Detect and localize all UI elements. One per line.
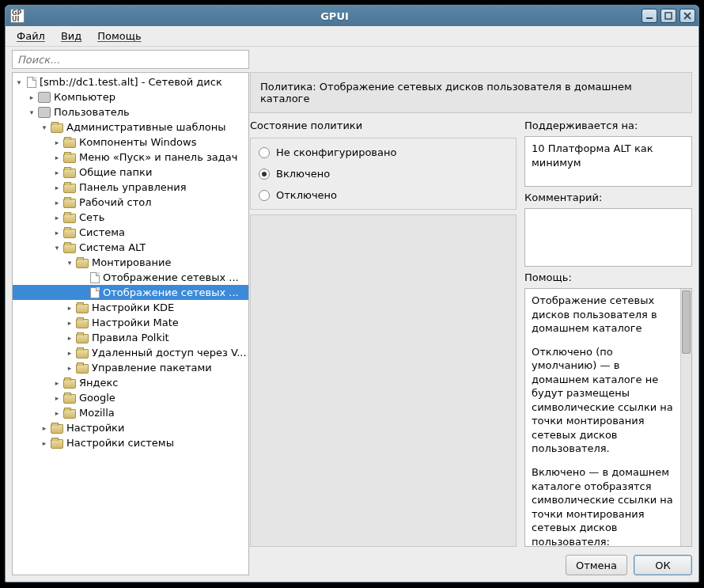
- tree-item[interactable]: ▸Яндекс: [13, 375, 248, 390]
- expand-toggle[interactable]: ▸: [52, 199, 62, 207]
- doc-icon: [90, 287, 100, 298]
- titlebar[interactable]: GP UI GPUI: [6, 6, 698, 26]
- window-title: GPUI: [28, 10, 642, 22]
- folder-icon: [76, 364, 89, 374]
- folder-icon: [51, 123, 63, 133]
- policy-tree[interactable]: ▾[smb://dc1.test.alt] - Сетевой диск ▸Ко…: [12, 72, 249, 575]
- help-label: Помощь:: [524, 270, 692, 285]
- tree-item[interactable]: ▸Удаленный доступ через V...: [13, 345, 248, 360]
- folder-icon: [63, 138, 76, 148]
- folder-icon: [51, 424, 63, 434]
- tree-item[interactable]: ▸Настройки Mate: [13, 315, 248, 330]
- folder-icon: [63, 229, 76, 238]
- tree-root[interactable]: ▾[smb://dc1.test.alt] - Сетевой диск: [13, 74, 248, 89]
- radio-disabled[interactable]: Отключено: [259, 189, 508, 201]
- expand-toggle[interactable]: ▾: [40, 123, 49, 131]
- tree-item[interactable]: ▸Правила Polkit: [13, 330, 248, 345]
- help-text: Отключено (по умолчанию) — в домашнем ка…: [532, 345, 674, 456]
- menu-help[interactable]: Помощь: [91, 28, 147, 44]
- supported-box: 10 Платформа ALT как минимум: [524, 136, 692, 187]
- menubar: Файл Вид Помощь: [6, 26, 698, 47]
- expand-toggle[interactable]: ▸: [65, 334, 74, 342]
- tree-admin-templates[interactable]: ▾Административные шаблоны: [13, 119, 248, 135]
- tree-item[interactable]: ▸Рабочий стол: [13, 195, 248, 210]
- tree-item[interactable]: ▸Управление пакетами: [13, 360, 248, 375]
- expand-toggle[interactable]: ▸: [52, 138, 62, 146]
- tree-item[interactable]: ▸Меню «Пуск» и панель задач: [13, 150, 248, 165]
- expand-toggle[interactable]: ▸: [52, 229, 62, 237]
- comment-box[interactable]: [524, 208, 692, 267]
- folder-icon: [76, 259, 89, 268]
- folder-icon: [63, 394, 76, 404]
- tree-user[interactable]: ▾Пользователь: [13, 104, 248, 119]
- help-text: Отображение сетевых дисков пользователя …: [532, 294, 674, 336]
- expand-toggle[interactable]: ▸: [65, 364, 74, 372]
- folder-icon: [63, 154, 76, 163]
- expand-toggle[interactable]: ▸: [52, 154, 62, 161]
- expand-toggle[interactable]: ▾: [52, 244, 62, 252]
- tree-item[interactable]: ▸Общие папки: [13, 165, 248, 180]
- tree-item[interactable]: ▸Компоненты Windows: [13, 135, 248, 150]
- user-icon: [38, 107, 51, 118]
- folder-icon: [63, 184, 76, 193]
- expand-toggle[interactable]: ▸: [65, 349, 74, 357]
- policy-state-group: Не сконфигурировано Включено Отключено: [250, 138, 517, 210]
- tree-item[interactable]: ▸Настройки системы: [13, 435, 248, 450]
- expand-toggle[interactable]: ▾: [14, 78, 24, 86]
- expand-toggle[interactable]: ▸: [52, 169, 62, 176]
- expand-toggle[interactable]: ▾: [27, 108, 36, 116]
- app-window: GP UI GPUI Файл Вид Помощь ▾[smb://dc1.t…: [5, 5, 699, 582]
- expand-toggle[interactable]: ▸: [65, 319, 74, 327]
- supported-label: Поддерживается на:: [524, 118, 692, 133]
- ok-button[interactable]: ОК: [634, 555, 692, 575]
- tree-item[interactable]: ▸Настройки: [13, 420, 248, 435]
- expand-toggle[interactable]: ▸: [40, 439, 49, 447]
- svg-rect-1: [665, 13, 672, 19]
- tree-item[interactable]: ▸Google: [13, 390, 248, 405]
- menu-file[interactable]: Файл: [10, 28, 51, 44]
- tree-item[interactable]: ▸Сеть: [13, 210, 248, 225]
- tree-computer[interactable]: ▸Компьютер: [13, 89, 248, 104]
- scrollbar[interactable]: [680, 289, 691, 546]
- folder-icon: [63, 199, 76, 208]
- folder-icon: [51, 439, 63, 449]
- expand-toggle[interactable]: ▸: [65, 304, 74, 312]
- help-box[interactable]: Отображение сетевых дисков пользователя …: [524, 288, 692, 547]
- folder-icon: [63, 244, 76, 253]
- tree-leaf-selected[interactable]: Отображение сетевых ...: [13, 285, 248, 300]
- expand-toggle[interactable]: ▾: [65, 259, 74, 267]
- expand-toggle[interactable]: ▸: [40, 424, 49, 432]
- expand-toggle[interactable]: ▸: [52, 379, 62, 387]
- expand-toggle[interactable]: ▸: [52, 184, 62, 192]
- folder-icon: [76, 319, 89, 328]
- maximize-button[interactable]: [660, 9, 676, 23]
- tree-mounting[interactable]: ▾Монтирование: [13, 255, 248, 270]
- expand-toggle[interactable]: ▸: [52, 214, 62, 222]
- scrollbar-thumb[interactable]: [682, 290, 691, 354]
- options-area: [250, 214, 517, 547]
- folder-icon: [63, 214, 76, 223]
- radio-enabled[interactable]: Включено: [259, 168, 508, 180]
- policy-title: Политика: Отображение сетевых дисков пол…: [250, 72, 692, 113]
- tree-item[interactable]: ▸Настройки KDE: [13, 300, 248, 315]
- cancel-button[interactable]: Отмена: [566, 555, 627, 575]
- radio-not-configured[interactable]: Не сконфигурировано: [259, 146, 508, 158]
- doc-icon: [90, 272, 100, 283]
- folder-icon: [63, 169, 76, 178]
- menu-view[interactable]: Вид: [55, 28, 88, 44]
- tree-system-alt[interactable]: ▾Система ALT: [13, 240, 248, 255]
- comment-label: Комментарий:: [524, 190, 692, 205]
- expand-toggle[interactable]: ▸: [52, 394, 62, 402]
- expand-toggle[interactable]: ▸: [52, 409, 62, 417]
- minimize-button[interactable]: [642, 9, 657, 23]
- search-input[interactable]: [12, 50, 249, 69]
- close-button[interactable]: [679, 9, 695, 23]
- folder-icon: [76, 349, 89, 358]
- tree-leaf[interactable]: Отображение сетевых ...: [13, 270, 248, 285]
- state-label: Состояние политики: [250, 118, 517, 133]
- tree-item[interactable]: ▸Панель управления: [13, 180, 248, 195]
- tree-item[interactable]: ▸Система: [13, 225, 248, 240]
- tree-item[interactable]: ▸Mozilla: [13, 405, 248, 420]
- expand-toggle[interactable]: ▸: [27, 93, 36, 101]
- computer-icon: [38, 92, 51, 103]
